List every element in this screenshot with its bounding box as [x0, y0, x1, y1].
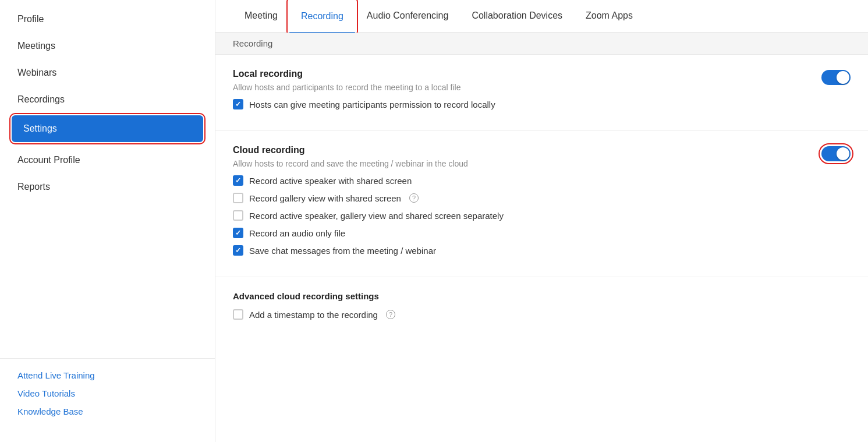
- sidebar-link-attend-live-training[interactable]: Attend Live Training: [17, 370, 197, 380]
- cloud-checkbox-3: Record an audio only file: [233, 228, 810, 238]
- sidebar-item-reports[interactable]: Reports: [0, 174, 215, 200]
- local-recording-toggle[interactable]: [821, 70, 851, 85]
- sidebar-item-label: Profile: [17, 14, 44, 24]
- cloud-checkbox-2-label: Record active speaker, gallery view and …: [249, 211, 504, 221]
- sidebar-link-video-tutorials[interactable]: Video Tutorials: [17, 388, 197, 398]
- sidebar-item-label: Webinars: [17, 68, 56, 77]
- local-recording-left: Local recording Allow hosts and particip…: [233, 69, 810, 116]
- tab-recording[interactable]: Recording: [289, 1, 355, 33]
- tab-collaboration-devices[interactable]: Collaboration Devices: [460, 0, 574, 33]
- sidebar-item-label: Meetings: [17, 41, 55, 51]
- cloud-checkbox-1-label: Record gallery view with shared screen: [249, 193, 401, 203]
- sidebar-item-recordings[interactable]: Recordings: [0, 86, 215, 113]
- advanced-checkbox-0-help-icon[interactable]: ?: [386, 310, 395, 319]
- local-recording-checkbox-row: Hosts can give meeting participants perm…: [233, 99, 810, 109]
- local-recording-checkbox[interactable]: [233, 99, 243, 109]
- cloud-checkbox-1-box[interactable]: [233, 193, 243, 203]
- sidebar-item-webinars[interactable]: Webinars: [0, 59, 215, 86]
- cloud-checkbox-4: Save chat messages from the meeting / we…: [233, 245, 810, 256]
- cloud-checkbox-4-label: Save chat messages from the meeting / we…: [249, 246, 436, 256]
- sidebar-item-label: Reports: [17, 182, 50, 192]
- sidebar-item-label: Settings: [23, 123, 57, 133]
- cloud-recording-toggle[interactable]: [821, 146, 851, 161]
- advanced-cloud-section: Advanced cloud recording settings Add a …: [215, 277, 868, 341]
- section-header: Recording: [215, 33, 868, 55]
- cloud-checkbox-1: Record gallery view with shared screen ?: [233, 193, 810, 203]
- sidebar-item-label: Recordings: [17, 94, 65, 104]
- sidebar-item-label: Account Profile: [17, 155, 80, 165]
- tab-zoom-apps[interactable]: Zoom Apps: [574, 0, 644, 33]
- cloud-checkbox-2: Record active speaker, gallery view and …: [233, 210, 810, 221]
- sidebar-nav: Profile Meetings Webinars Recordings Set…: [0, 0, 215, 206]
- cloud-recording-left: Cloud recording Allow hosts to record an…: [233, 145, 810, 263]
- cloud-checkbox-3-label: Record an audio only file: [249, 228, 345, 238]
- cloud-checkbox-4-box[interactable]: [233, 245, 243, 256]
- cloud-checkbox-0: Record active speaker with shared screen: [233, 175, 810, 186]
- cloud-checkbox-0-label: Record active speaker with shared screen: [249, 176, 412, 186]
- sidebar: Profile Meetings Webinars Recordings Set…: [0, 0, 215, 442]
- settings-content: Recording Local recording Allow hosts an…: [215, 33, 868, 442]
- advanced-checkbox-0-label: Add a timestamp to the recording: [249, 310, 378, 320]
- cloud-recording-section: Cloud recording Allow hosts to record an…: [215, 131, 868, 277]
- main-content: Meeting Recording Audio Conferencing Col…: [215, 0, 868, 442]
- cloud-recording-title: Cloud recording: [233, 145, 810, 155]
- local-recording-section: Local recording Allow hosts and particip…: [215, 55, 868, 131]
- cloud-recording-desc: Allow hosts to record and save the meeti…: [233, 159, 810, 168]
- advanced-cloud-title: Advanced cloud recording settings: [233, 291, 851, 301]
- cloud-checkbox-1-help-icon[interactable]: ?: [409, 193, 419, 203]
- tab-meeting[interactable]: Meeting: [233, 0, 289, 33]
- tabs-bar: Meeting Recording Audio Conferencing Col…: [215, 0, 868, 33]
- cloud-checkbox-0-box[interactable]: [233, 175, 243, 186]
- cloud-recording-row: Cloud recording Allow hosts to record an…: [233, 145, 851, 263]
- local-recording-title: Local recording: [233, 69, 810, 79]
- local-recording-checkbox-label: Hosts can give meeting participants perm…: [249, 100, 495, 109]
- sidebar-item-settings[interactable]: Settings: [12, 115, 203, 142]
- advanced-checkbox-0-box[interactable]: [233, 309, 243, 320]
- sidebar-item-meetings[interactable]: Meetings: [0, 33, 215, 59]
- sidebar-item-account-profile[interactable]: Account Profile: [0, 147, 215, 174]
- tab-audio-conferencing[interactable]: Audio Conferencing: [355, 0, 460, 33]
- sidebar-link-knowledge-base[interactable]: Knowledge Base: [17, 406, 197, 416]
- sidebar-links: Attend Live Training Video Tutorials Kno…: [0, 358, 215, 442]
- sidebar-item-profile[interactable]: Profile: [0, 6, 215, 33]
- local-recording-desc: Allow hosts and participants to record t…: [233, 83, 810, 92]
- cloud-checkbox-2-box[interactable]: [233, 210, 243, 221]
- local-recording-row: Local recording Allow hosts and particip…: [233, 69, 851, 116]
- advanced-checkbox-0: Add a timestamp to the recording ?: [233, 309, 851, 320]
- cloud-checkbox-3-box[interactable]: [233, 228, 243, 238]
